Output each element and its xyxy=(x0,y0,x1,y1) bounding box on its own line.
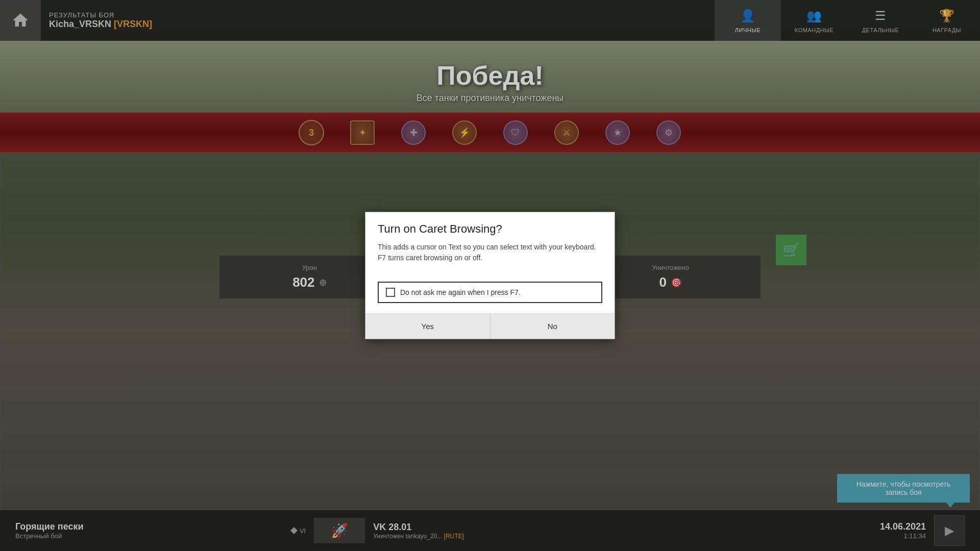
modal-description: This adds a cursor on Text so you can se… xyxy=(365,242,615,273)
dont-ask-checkbox[interactable] xyxy=(386,288,395,297)
no-button[interactable]: No xyxy=(491,314,615,339)
modal-buttons: Yes No xyxy=(365,313,615,339)
yes-button[interactable]: Yes xyxy=(365,314,491,339)
modal-checkbox-row[interactable]: Do not ask me again when I press F7. xyxy=(378,282,602,303)
modal-title: Turn on Caret Browsing? xyxy=(365,212,615,242)
modal-overlay: Turn on Caret Browsing? This adds a curs… xyxy=(0,0,980,551)
caret-browsing-dialog: Turn on Caret Browsing? This adds a curs… xyxy=(365,212,615,339)
dont-ask-label[interactable]: Do not ask me again when I press F7. xyxy=(400,288,521,296)
